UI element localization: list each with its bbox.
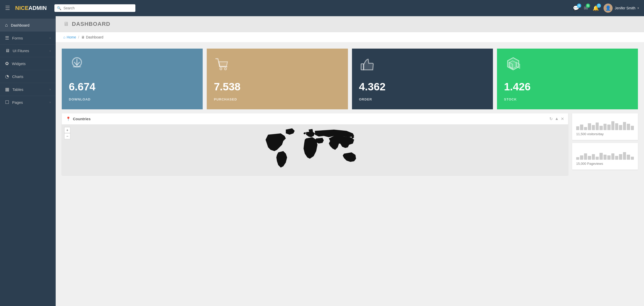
mini-bar <box>627 124 630 130</box>
mail-badge: 5 <box>586 4 590 8</box>
map-zoom-in-button[interactable]: + <box>64 127 70 133</box>
hamburger-button[interactable]: ☰ <box>5 5 10 11</box>
card-icon <box>69 57 196 76</box>
card-icon <box>359 57 486 76</box>
right-stats: 11,500 visitors/day 15,000 Pageviews <box>572 113 638 175</box>
sidebar-item-ui-fitures[interactable]: 🖥 UI Fitures › <box>0 44 56 57</box>
mail-icon-wrap[interactable]: ✉ 5 <box>584 5 588 11</box>
sidebar-item-label: Charts <box>12 74 51 79</box>
mini-bar <box>584 127 587 130</box>
sidebar-item-forms[interactable]: ☰ Forms › <box>0 31 56 44</box>
breadcrumb-home[interactable]: ⌂ Home <box>63 35 76 39</box>
mini-bar <box>599 126 603 130</box>
mini-bar <box>615 156 618 160</box>
card-label: STOCK <box>504 97 631 101</box>
brand-admin: ADMIN <box>29 5 47 11</box>
mini-bar <box>576 126 579 130</box>
mini-stat-1: 15,000 Pageviews <box>572 143 638 170</box>
search-icon: 🔍 <box>57 6 61 10</box>
breadcrumb-separator: / <box>78 35 79 39</box>
mini-bar <box>623 122 626 130</box>
map-controls: + − <box>64 127 70 139</box>
mini-bar <box>592 154 595 160</box>
map-visualization <box>62 125 568 175</box>
mini-bar <box>580 155 583 160</box>
mini-bar <box>619 125 622 130</box>
avatar: 👤 <box>604 4 613 13</box>
widget-collapse-button[interactable]: ▲ <box>555 116 559 121</box>
map-widget-title: Countries <box>73 117 547 121</box>
widget-refresh-button[interactable]: ↻ <box>549 116 553 121</box>
messages-badge: 6 <box>577 4 581 8</box>
sidebar-icon: 🖥 <box>5 48 10 53</box>
sidebar-icon: ◔ <box>5 74 9 79</box>
sidebar-icon: ✿ <box>5 61 9 66</box>
sidebar-item-widgets[interactable]: ✿ Widgets <box>0 57 56 70</box>
mini-bar <box>596 123 599 130</box>
sidebar-icon: ▦ <box>5 87 9 92</box>
search-input[interactable] <box>54 4 135 12</box>
sidebar-item-label: Forms <box>12 36 47 40</box>
widget-close-button[interactable]: ✕ <box>561 116 564 121</box>
stat-card-order: 4.362 ORDER <box>352 49 493 109</box>
sidebar-item-dashboard[interactable]: ⌂ Dashboard <box>0 19 56 31</box>
sidebar-item-charts[interactable]: ◔ Charts <box>0 70 56 83</box>
mini-bar <box>615 123 618 130</box>
sidebar-item-label: UI Fitures <box>13 49 47 53</box>
topnav-right: 💬 6 ✉ 5 🔔 7 👤 Jenifer Smith ▾ <box>573 4 639 13</box>
svg-marker-7 <box>509 61 516 69</box>
sidebar-item-label: Tables <box>12 87 47 92</box>
user-menu[interactable]: 👤 Jenifer Smith ▾ <box>604 4 639 13</box>
breadcrumb-home-label: Home <box>67 35 76 39</box>
mini-bar <box>631 126 634 130</box>
card-icon <box>214 57 341 76</box>
sidebar-arrow-icon: › <box>50 49 51 53</box>
stat-card-stock: 1.426 STOCK <box>497 49 638 109</box>
mini-bar <box>627 155 630 160</box>
svg-point-2 <box>224 68 226 70</box>
user-name: Jenifer Smith <box>615 6 635 10</box>
card-number: 4.362 <box>359 81 486 93</box>
widget-header-actions: ↻ ▲ ✕ <box>549 116 564 121</box>
user-chevron-icon: ▾ <box>637 6 639 10</box>
breadcrumb-current-label: Dashboard <box>86 35 103 39</box>
breadcrumb-current: 🖥 Dashboard <box>81 35 103 39</box>
mini-bar <box>588 123 591 130</box>
sidebar-item-label: Dashboard <box>11 23 51 27</box>
map-body: + − <box>62 125 568 175</box>
breadcrumb-page-icon: 🖥 <box>81 35 85 39</box>
sidebar-icon: ☰ <box>5 35 9 41</box>
svg-point-1 <box>220 68 222 70</box>
stat-card-purchased: 7.538 PURCHASED <box>207 49 348 109</box>
card-label: DOWNLOAD <box>69 97 196 101</box>
card-label: PURCHASED <box>214 97 341 101</box>
map-zoom-out-button[interactable]: − <box>64 133 70 139</box>
card-number: 7.538 <box>214 81 341 93</box>
card-icon <box>504 57 631 76</box>
sidebar-item-pages[interactable]: ☐ Pages › <box>0 96 56 109</box>
mini-bar <box>623 152 626 160</box>
main-content: 🖥 DASHBOARD ⌂ Home / 🖥 Dashboard 6.674 <box>56 16 644 306</box>
sidebar-item-label: Widgets <box>12 62 51 66</box>
mini-bar <box>607 125 610 130</box>
sidebar-arrow-icon: › <box>50 100 51 104</box>
map-widget-header: 📍 Countries ↻ ▲ ✕ <box>62 113 568 125</box>
page-title: DASHBOARD <box>72 21 110 27</box>
page-header: 🖥 DASHBOARD <box>56 16 644 32</box>
mini-bar <box>592 125 595 130</box>
mini-bar <box>604 124 607 130</box>
svg-rect-3 <box>361 64 364 70</box>
mini-bar <box>604 155 607 160</box>
map-widget: 📍 Countries ↻ ▲ ✕ + − <box>62 113 568 175</box>
topnav: ☰ NICEADMIN 🔍 💬 6 ✉ 5 🔔 7 👤 Jenifer Smit… <box>0 0 644 16</box>
sidebar-item-tables[interactable]: ▦ Tables › <box>0 83 56 96</box>
bell-badge: 7 <box>597 4 601 8</box>
sidebar-arrow-icon: › <box>50 36 51 40</box>
mini-bar <box>580 125 583 130</box>
messages-icon-wrap[interactable]: 💬 6 <box>573 5 579 11</box>
mini-bar <box>607 155 610 160</box>
bell-icon-wrap[interactable]: 🔔 7 <box>593 5 599 11</box>
stat-cards: 6.674 DOWNLOAD 7.538 PURCHASED 4.362 ORD… <box>62 49 638 109</box>
layout: ⌂ Dashboard ☰ Forms › 🖥 UI Fitures › ✿ W… <box>0 16 644 306</box>
brand-logo: NICEADMIN <box>15 5 47 11</box>
